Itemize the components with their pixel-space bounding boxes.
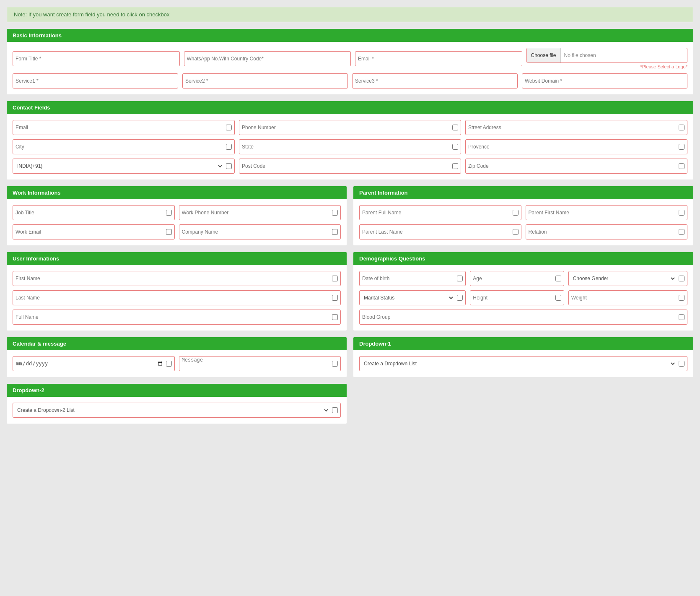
job-title-input[interactable]: [16, 210, 163, 216]
full-name-wrap: [13, 310, 341, 325]
full-name-input[interactable]: [16, 314, 329, 320]
file-chosen-text: No file chosen: [561, 52, 599, 58]
relation-input[interactable]: [529, 229, 677, 235]
city-checkbox[interactable]: [226, 144, 232, 150]
dropdown2-row-1: Create a Dropdown-2 List: [13, 403, 341, 418]
blood-group-checkbox[interactable]: [679, 314, 684, 320]
contact-email-checkbox[interactable]: [226, 125, 232, 130]
choose-file-button[interactable]: Choose file: [527, 48, 561, 62]
company-input[interactable]: [182, 229, 330, 235]
parent-first-input[interactable]: [529, 210, 677, 216]
dropdown2-select[interactable]: Create a Dropdown-2 List: [16, 407, 329, 414]
demo-row-1: Choose Gender Male Female Other: [359, 271, 687, 286]
whatsapp-input[interactable]: [187, 56, 348, 62]
work-phone-checkbox[interactable]: [332, 210, 338, 216]
service1-input[interactable]: [16, 78, 175, 84]
first-name-input[interactable]: [16, 276, 329, 281]
basic-row-1: Choose file No file chosen *Please Selec…: [13, 48, 687, 69]
last-name-input[interactable]: [16, 295, 329, 301]
work-phone-wrap: [179, 205, 341, 220]
contact-header: Contact Fields: [7, 101, 693, 114]
date-wrap: [13, 356, 175, 371]
country-select[interactable]: INDIA(+91): [16, 163, 223, 169]
city-input[interactable]: [16, 144, 223, 150]
weight-input[interactable]: [571, 295, 676, 301]
work-phone-input[interactable]: [182, 210, 330, 216]
work-email-input[interactable]: [16, 229, 163, 235]
basic-row-2: [13, 73, 687, 88]
dob-input[interactable]: [362, 276, 454, 281]
dropdown2-checkbox[interactable]: [332, 407, 338, 413]
date-input[interactable]: [16, 360, 163, 367]
first-name-wrap: [13, 271, 341, 286]
dropdown2-body: Create a Dropdown-2 List: [7, 397, 347, 424]
relation-checkbox[interactable]: [679, 229, 684, 235]
work-email-checkbox[interactable]: [166, 229, 172, 235]
demo-row-2: Marital Status Single Married Divorced W…: [359, 290, 687, 305]
zipcode-input[interactable]: [468, 163, 676, 169]
user-row-2: [13, 290, 341, 305]
state-input[interactable]: [242, 144, 450, 150]
calendar-body: [7, 350, 347, 377]
full-name-checkbox[interactable]: [332, 314, 338, 320]
form-title-input[interactable]: [16, 56, 177, 62]
contact-email-input[interactable]: [16, 125, 223, 130]
height-checkbox[interactable]: [555, 295, 561, 301]
service2-input[interactable]: [185, 78, 345, 84]
work-header: Work Informations: [7, 186, 347, 199]
email-wrap: [355, 51, 522, 66]
height-input[interactable]: [473, 295, 552, 301]
company-checkbox[interactable]: [332, 229, 338, 235]
provence-wrap: [465, 139, 687, 154]
age-checkbox[interactable]: [555, 276, 561, 281]
service3-input[interactable]: [355, 78, 515, 84]
street-input[interactable]: [468, 125, 676, 130]
last-name-checkbox[interactable]: [332, 295, 338, 301]
dropdown1-checkbox[interactable]: [679, 361, 684, 367]
phone-input[interactable]: [242, 125, 450, 130]
message-textarea[interactable]: [182, 357, 330, 370]
parent-first-checkbox[interactable]: [679, 210, 684, 216]
marital-wrap: Marital Status Single Married Divorced W…: [359, 290, 466, 305]
dropdown1-section: Dropdown-1 Create a Dropdown List: [353, 337, 693, 377]
blood-group-input[interactable]: [362, 314, 676, 320]
dob-wrap: [359, 271, 466, 286]
job-title-checkbox[interactable]: [166, 210, 172, 216]
gender-checkbox[interactable]: [679, 276, 684, 281]
parent-last-checkbox[interactable]: [513, 229, 519, 235]
height-wrap: [470, 290, 564, 305]
street-checkbox[interactable]: [679, 125, 684, 130]
email-input[interactable]: [358, 56, 519, 62]
postcode-input[interactable]: [242, 163, 450, 169]
first-name-checkbox[interactable]: [332, 276, 338, 281]
website-input[interactable]: [525, 78, 684, 84]
demographics-header: Demographics Questions: [353, 252, 693, 265]
provence-input[interactable]: [468, 144, 676, 150]
postcode-checkbox[interactable]: [452, 163, 458, 169]
marital-select[interactable]: Marital Status Single Married Divorced W…: [362, 294, 454, 301]
calendar-dropdown1-row: Calendar & message Dropdown-1: [7, 337, 693, 377]
dob-checkbox[interactable]: [457, 276, 463, 281]
zipcode-wrap: [465, 159, 687, 174]
dropdown1-select[interactable]: Create a Dropdown List: [362, 360, 676, 367]
parent-full-checkbox[interactable]: [513, 210, 519, 216]
message-checkbox[interactable]: [332, 361, 338, 367]
marital-checkbox[interactable]: [457, 295, 463, 301]
phone-checkbox[interactable]: [452, 125, 458, 130]
contact-section: Contact Fields: [7, 101, 693, 180]
work-email-wrap: [13, 224, 175, 239]
provence-checkbox[interactable]: [679, 144, 684, 150]
dropdown1-row-1: Create a Dropdown List: [359, 356, 687, 371]
form-title-wrap: [13, 51, 180, 66]
zipcode-checkbox[interactable]: [679, 163, 684, 169]
state-checkbox[interactable]: [452, 144, 458, 150]
parent-last-input[interactable]: [362, 229, 510, 235]
parent-header: Parent Information: [353, 186, 693, 199]
weight-checkbox[interactable]: [679, 295, 684, 301]
country-checkbox[interactable]: [226, 163, 232, 169]
whatsapp-wrap: [184, 51, 351, 66]
gender-select[interactable]: Choose Gender Male Female Other: [571, 275, 676, 282]
date-checkbox[interactable]: [166, 361, 172, 367]
parent-full-input[interactable]: [362, 210, 510, 216]
age-input[interactable]: [473, 276, 552, 281]
